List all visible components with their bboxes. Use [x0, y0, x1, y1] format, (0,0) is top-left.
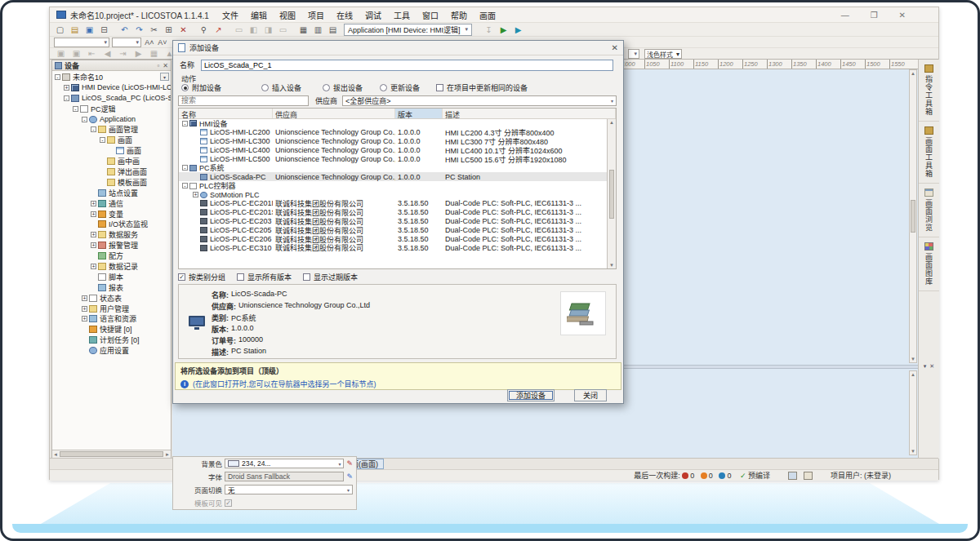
tree-item[interactable]: 脚本 — [52, 272, 171, 282]
tree-item[interactable]: 配方 — [52, 251, 171, 261]
vendor-select[interactable]: <全部供应商>▾ — [342, 95, 617, 106]
hidden-select-stub[interactable]: ▾ — [628, 49, 639, 59]
tree-twisty[interactable]: - — [55, 74, 60, 80]
right-tab[interactable]: 指令工具箱 — [919, 60, 939, 122]
save-all-screens-icon[interactable]: ▣ — [69, 47, 83, 60]
gallery-icon[interactable]: ▦ — [296, 24, 310, 36]
search-input[interactable] — [178, 95, 309, 106]
tree-twisty[interactable]: - — [91, 126, 96, 132]
template-visible-checkbox[interactable]: ✓ — [225, 499, 232, 507]
tree-twisty[interactable]: + — [82, 306, 87, 312]
tree-twisty[interactable]: + — [64, 85, 69, 91]
update-same-devices-checkbox[interactable]: 在项目中更新相同的设备 — [436, 82, 528, 93]
tree-item[interactable]: 快捷键 [0] — [52, 324, 171, 335]
pin-icon[interactable]: ▫ — [157, 62, 159, 69]
notification-icon[interactable] — [804, 472, 813, 480]
menu-item[interactable]: 帮助 — [451, 9, 467, 21]
font-family-select[interactable]: ▾ — [54, 38, 109, 47]
redo-icon[interactable]: ↷ — [132, 24, 146, 36]
tree-item[interactable]: 站点设置 — [52, 188, 171, 198]
tree-filter-dropdown[interactable]: ▾ — [160, 73, 169, 81]
col-version[interactable]: 版本 — [395, 109, 443, 118]
tree-twisty[interactable]: - — [100, 137, 105, 143]
delete-icon[interactable]: ✕ — [176, 24, 190, 36]
tree-item[interactable]: + 数据服务 — [52, 229, 171, 240]
table-scrollbar[interactable]: ▲ ▼ — [607, 119, 616, 268]
font-edit-icon[interactable]: ✎ — [346, 472, 353, 481]
tree-item[interactable]: + 用户管理 — [52, 304, 171, 314]
back-icon[interactable]: ◀ — [100, 47, 114, 60]
tree-item[interactable]: 应用设置 — [52, 345, 171, 356]
run-all-icon[interactable]: ▶ — [511, 24, 525, 36]
scrollbar-thumb[interactable] — [609, 170, 614, 219]
tree-twisty[interactable]: + — [91, 211, 96, 217]
tree-twisty[interactable]: + — [82, 295, 87, 301]
lower-pane-scrollbar[interactable]: ▲ ▼ — [909, 370, 917, 455]
scroll-right-icon[interactable]: ► — [165, 452, 170, 457]
search-icon[interactable]: ⚲ — [197, 24, 211, 36]
right-tab[interactable]: 画面工具箱 — [919, 122, 939, 184]
align-left-icon[interactable]: ⇤ — [85, 47, 99, 60]
tree-twisty[interactable]: - — [64, 95, 69, 101]
filter-checkbox[interactable]: 显示过期版本 — [303, 272, 358, 282]
table-row[interactable]: - PLC控制器 — [179, 181, 607, 190]
tree-item[interactable]: + 通信 — [52, 198, 171, 209]
row-twisty[interactable]: - — [182, 183, 188, 188]
scrollbar-thumb[interactable] — [60, 451, 163, 457]
tree-item[interactable]: 模板画面 — [52, 177, 171, 188]
filter-checkbox[interactable]: ✓ 按类别分组 — [178, 272, 225, 282]
tree-item[interactable]: + 报警管理 — [52, 240, 171, 251]
library-icon[interactable]: ▥ — [311, 24, 325, 36]
new-file-icon[interactable]: ▢ — [53, 24, 67, 36]
font-size-select[interactable]: ▾ — [112, 38, 141, 47]
font-smaller-icon[interactable]: A˅ — [157, 38, 168, 47]
scroll-up-icon[interactable]: ▲ — [609, 120, 614, 125]
table-row[interactable]: LicOS-PLC-EC310 联诚科技集团股份有限公司 3.5.18.50 D… — [179, 243, 607, 252]
tree-item[interactable]: 画面 — [52, 145, 171, 156]
radio-update-device[interactable]: 更新设备 — [380, 82, 420, 93]
menu-item[interactable]: 工具 — [394, 9, 410, 21]
close-button[interactable]: 关闭 — [574, 389, 607, 401]
scrollbar-thumb[interactable] — [911, 200, 915, 233]
copy-icon[interactable]: ⊞ — [162, 24, 176, 36]
tree-item[interactable]: + 状态表 — [52, 293, 171, 304]
align-right-icon[interactable]: ⇥ — [116, 47, 130, 60]
goto-icon[interactable]: ↗ — [212, 24, 225, 36]
menu-item[interactable]: 文件 — [222, 9, 238, 21]
menu-item[interactable]: 编辑 — [251, 9, 267, 21]
application-selector[interactable]: Application [HMI Device: HMI逻辑]▾ — [344, 24, 472, 36]
tree-twisty[interactable]: + — [91, 201, 96, 206]
tree-twisty[interactable]: - — [82, 117, 87, 122]
frame2-icon[interactable]: ▭ — [276, 24, 290, 36]
menu-item[interactable]: 视图 — [279, 9, 296, 21]
tree-twisty[interactable]: - — [73, 106, 78, 112]
row-twisty[interactable]: - — [182, 165, 188, 171]
frame-icon[interactable]: ▭ — [232, 24, 246, 36]
tree-item[interactable]: + 变量 — [52, 209, 171, 220]
tree-item[interactable]: + 语言和资源 — [52, 313, 171, 324]
scroll-down-icon[interactable]: ▼ — [911, 449, 915, 454]
scroll-up-icon[interactable]: ▲ — [911, 372, 915, 377]
bg-color-select[interactable]: 234, 24...▾ — [225, 459, 344, 468]
right-tab[interactable]: 画面浏览 — [919, 184, 939, 237]
tree-item[interactable]: 报表 — [52, 282, 171, 293]
maximize-icon[interactable]: ❐ — [871, 11, 878, 20]
undo-icon[interactable]: ↶ — [118, 24, 131, 36]
tree-horizontal-scrollbar[interactable]: ◄ ► — [52, 450, 171, 458]
canvas-vertical-scrollbar[interactable]: ▲ ▼ — [909, 69, 917, 363]
layout-icon[interactable] — [788, 472, 797, 480]
table-row[interactable]: - PC系统 — [179, 163, 607, 172]
tree-item[interactable]: + 数据记录 — [52, 261, 171, 272]
style-selector[interactable]: 浅色样式▾ — [644, 49, 682, 59]
print-icon[interactable]: ⊟ — [97, 24, 111, 36]
tree-item[interactable]: - 画面 — [52, 135, 171, 145]
pane-expand-icon[interactable]: ▾ — [924, 363, 927, 370]
font-button[interactable]: Droid Sans Fallback — [225, 472, 344, 481]
tree-item[interactable]: I/O状态监视 — [52, 219, 171, 229]
tree-item[interactable]: - PC逻辑 — [52, 104, 171, 114]
scroll-down-icon[interactable]: ▼ — [609, 263, 614, 268]
tree-item[interactable]: + HMI Device (LicOS-HMI-LC400) — [52, 82, 171, 93]
tree-item[interactable]: - LicOS_Scada_PC (LicOS-Scada-PC — [52, 93, 171, 104]
tree-item[interactable]: 计划任务 [0] — [52, 335, 171, 345]
tree-twisty[interactable]: + — [91, 264, 96, 269]
